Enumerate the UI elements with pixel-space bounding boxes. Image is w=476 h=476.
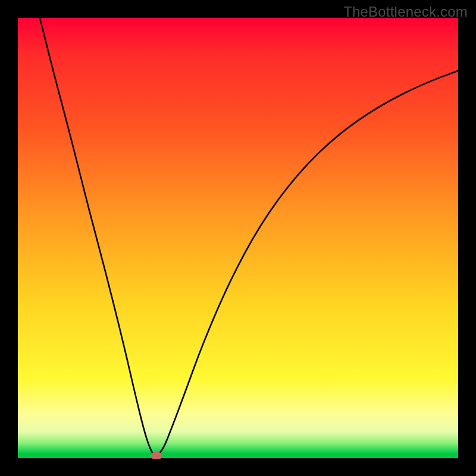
bottleneck-curve — [40, 18, 458, 455]
curve-svg — [18, 18, 458, 458]
chart-frame: TheBottleneck.com — [0, 0, 476, 476]
optimal-point-marker — [151, 452, 162, 459]
plot-area — [18, 18, 458, 458]
watermark-text: TheBottleneck.com — [343, 4, 468, 20]
